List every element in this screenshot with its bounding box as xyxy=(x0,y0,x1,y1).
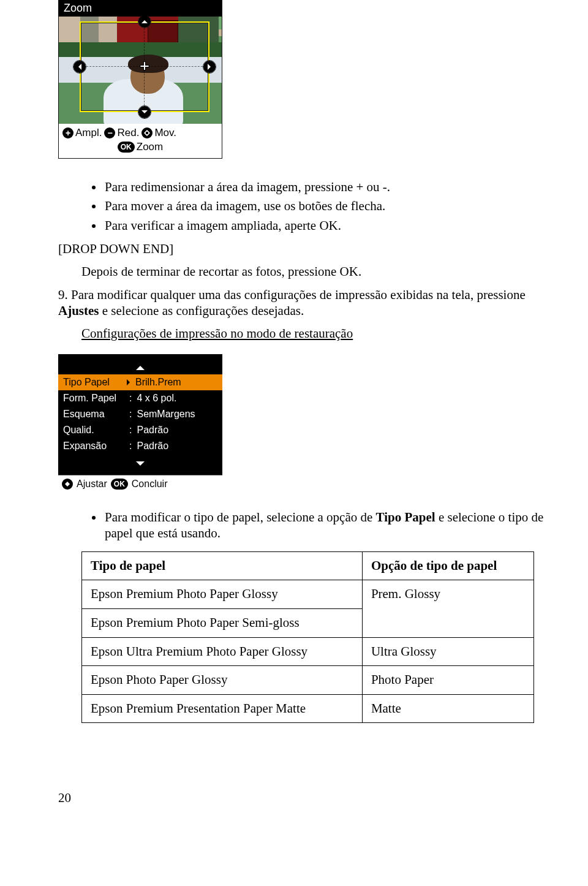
label-ampl: Ampl. xyxy=(75,126,102,140)
handle-left-icon xyxy=(74,61,86,73)
footer-adjust: Ajustar xyxy=(77,478,107,490)
center-plus-icon: + xyxy=(137,59,153,75)
chevron-up-icon xyxy=(136,362,145,370)
crop-box: + xyxy=(80,21,209,112)
bullet-list-1: Para redimensionar a área da imagem, pre… xyxy=(58,180,545,234)
settings-row: Tipo PapelBrilh.Prem xyxy=(58,374,222,390)
settings-rows: Tipo PapelBrilh.PremForm. Papel:4 x 6 po… xyxy=(58,374,222,454)
settings-row-value: SemMargens xyxy=(137,409,195,419)
table-cell: Prem. Glossy xyxy=(362,580,533,637)
table-cell: Photo Paper xyxy=(362,666,533,695)
colon: : xyxy=(127,393,134,403)
table-cell: Epson Premium Photo Paper Semi-gloss xyxy=(82,608,363,637)
step-9: 9. Para modificar qualquer uma das confi… xyxy=(58,287,545,319)
config-link[interactable]: Configurações de impressão no modo de re… xyxy=(81,326,353,341)
settings-row: Expansão:Padrão xyxy=(58,438,222,454)
dpad-icon xyxy=(141,127,153,138)
table-row: Epson Premium Presentation Paper MatteMa… xyxy=(82,694,534,723)
table-row: Epson Photo Paper GlossyPhoto Paper xyxy=(82,666,534,695)
table-cell: Matte xyxy=(362,694,533,723)
settings-lcd-panel: Tipo PapelBrilh.PremForm. Papel:4 x 6 po… xyxy=(58,354,222,493)
settings-row: Form. Papel:4 x 6 pol. xyxy=(58,390,222,406)
drop-down-end: [DROP DOWN END] xyxy=(58,241,545,257)
page-number: 20 xyxy=(58,790,545,806)
settings-row-label: Qualid. xyxy=(63,425,124,435)
handle-right-icon xyxy=(203,61,216,73)
label-mov: Mov. xyxy=(154,126,176,140)
bullet2-bold: Tipo Papel xyxy=(376,510,435,524)
step9-bold: Ajustes xyxy=(58,303,99,318)
minus-icon xyxy=(104,127,115,138)
left-right-icon xyxy=(62,479,73,490)
table-cell: Epson Photo Paper Glossy xyxy=(82,666,363,695)
bullet-list-2: Para modificar o tipo de papel, selecion… xyxy=(58,510,545,541)
table-cell: Epson Premium Presentation Paper Matte xyxy=(82,694,363,723)
plus-icon xyxy=(62,127,74,138)
handle-down-icon xyxy=(138,106,151,118)
colon: : xyxy=(127,425,134,435)
list-item: Para modificar o tipo de papel, selecion… xyxy=(104,510,545,541)
table-row: Epson Premium Photo Paper GlossyPrem. Gl… xyxy=(82,580,534,609)
label-zoom: Zoom xyxy=(137,140,163,154)
table-row: Epson Ultra Premium Photo Paper GlossyUl… xyxy=(82,637,534,666)
settings-row-label: Expansão xyxy=(63,441,124,451)
table-cell: Ultra Glossy xyxy=(362,637,533,666)
step9-post: e selecione as configurações desejadas. xyxy=(99,303,304,318)
label-red: Red. xyxy=(117,126,139,140)
chevron-right-icon xyxy=(127,379,133,385)
settings-row-value: 4 x 6 pol. xyxy=(137,393,176,403)
list-item: Para mover a área da imagem, use os botõ… xyxy=(104,199,545,214)
settings-row: Qualid.:Padrão xyxy=(58,422,222,438)
table-header: Tipo de papel xyxy=(82,551,363,580)
handle-up-icon xyxy=(138,17,151,28)
footer-ok-icon: OK xyxy=(111,479,128,490)
table-header: Opção de tipo de papel xyxy=(362,551,533,580)
chevron-down-icon xyxy=(136,461,145,470)
settings-row-label: Form. Papel xyxy=(63,393,124,403)
zoom-lcd-panel: Zoom + xyxy=(58,0,222,159)
settings-row-value: Padrão xyxy=(137,425,168,435)
settings-row-value: Padrão xyxy=(137,441,168,451)
paper-type-table: Tipo de papelOpção de tipo de papelEpson… xyxy=(81,551,534,724)
zoom-title: Zoom xyxy=(59,0,222,17)
table-cell: Epson Ultra Premium Photo Paper Glossy xyxy=(82,637,363,666)
colon: : xyxy=(127,441,134,451)
step9-pre: 9. Para modificar qualquer uma das confi… xyxy=(58,287,526,302)
zoom-image-area: + xyxy=(59,17,222,124)
settings-row-label: Tipo Papel xyxy=(63,377,124,387)
ok-icon: OK xyxy=(118,142,135,153)
after-drop-text: Depois de terminar de recortar as fotos,… xyxy=(58,264,545,280)
footer-done: Concluir xyxy=(132,478,168,490)
colon: : xyxy=(127,409,134,419)
list-item: Para verificar a imagem ampliada, aperte… xyxy=(104,218,545,234)
zoom-controls-bar: Ampl. Red. Mov. OKZoom xyxy=(59,124,222,158)
settings-row-value: Brilh.Prem xyxy=(135,377,181,387)
table-cell: Epson Premium Photo Paper Glossy xyxy=(82,580,363,609)
bullet2-pre: Para modificar o tipo de papel, selecion… xyxy=(105,510,376,524)
list-item: Para redimensionar a área da imagem, pre… xyxy=(104,180,545,195)
settings-row-label: Esquema xyxy=(63,409,124,419)
settings-row: Esquema:SemMargens xyxy=(58,406,222,422)
